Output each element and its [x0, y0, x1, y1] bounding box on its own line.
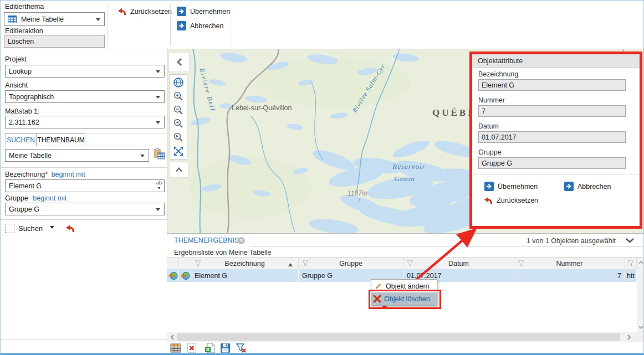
collapse-toolbar-up-button[interactable] — [170, 162, 188, 178]
menu-item-objekt-loeschen[interactable]: Objekt löschen — [371, 292, 437, 305]
header-cell-bezeichnung[interactable]: Bezeichnung — [191, 258, 299, 269]
application-window: Editierthema Meine Tabelle Editieraktion… — [0, 0, 644, 355]
field2-label-row: Gruppe beginnt mit — [5, 194, 67, 202]
zoom-to-object-icon[interactable] — [168, 271, 178, 281]
scrollbar-thumb[interactable] — [177, 333, 620, 341]
row-cell-nummer: 7 — [514, 269, 625, 282]
chevron-down-icon — [156, 70, 160, 75]
rectangle-select-icon — [5, 224, 14, 233]
arrow-right-icon — [564, 182, 574, 191]
row-cell-panto[interactable] — [179, 269, 191, 282]
remove-filter-icon[interactable] — [236, 343, 247, 353]
scroll-up-icon[interactable] — [637, 259, 644, 266]
map-label-elevation: 1187m — [347, 189, 367, 197]
edit-action-value: Löschen — [4, 35, 105, 48]
arrow-right-icon — [177, 7, 186, 16]
reset-attributes-button[interactable]: Zurücksetzen — [483, 196, 538, 205]
pencil-icon — [374, 282, 382, 290]
field2-select[interactable]: Gruppe G — [5, 203, 165, 215]
sort-ascending-icon — [288, 261, 293, 266]
header-cell-link[interactable] — [625, 258, 637, 269]
map-toolbar — [170, 74, 187, 160]
row-cell-zoomto[interactable] — [167, 269, 179, 282]
autocomplete-icon[interactable]: ab▼ — [156, 181, 162, 191]
filter-icon[interactable] — [518, 260, 524, 266]
scale-label: Maßstab 1: — [5, 107, 40, 115]
attr-value-nummer: 7 — [478, 105, 626, 117]
field2-label: Gruppe — [5, 194, 28, 202]
table-template-icon[interactable] — [153, 148, 166, 161]
full-globe-icon[interactable] — [173, 77, 184, 88]
vertical-scrollbar[interactable] — [637, 258, 644, 332]
cancel-edit-button[interactable]: Abbrechen — [177, 21, 223, 30]
project-select[interactable]: Lookup — [5, 65, 165, 78]
scroll-left-icon[interactable] — [168, 333, 176, 341]
search-button[interactable]: Suchen — [5, 224, 75, 233]
row-cell-link[interactable]: htt — [625, 269, 637, 282]
clear-selection-icon[interactable] — [186, 343, 197, 353]
map-label-reservoir-line2: Gouin — [394, 174, 415, 183]
edit-theme-select[interactable]: Meine Tabelle — [4, 12, 105, 26]
field1-operator[interactable]: beginnt mit — [52, 171, 85, 178]
tab-themenergebnis[interactable]: THEMENERGEBNIS — [174, 236, 239, 244]
undo-icon — [117, 7, 126, 16]
results-toolbar — [167, 342, 644, 354]
save-icon[interactable] — [220, 343, 231, 353]
required-mark: * — [45, 171, 48, 178]
horizontal-scrollbar[interactable] — [167, 332, 644, 342]
view-select[interactable]: Topographisch — [5, 90, 165, 103]
filter-icon[interactable] — [627, 260, 634, 266]
attr-label-gruppe: Gruppe — [478, 148, 502, 156]
collapse-results-icon[interactable] — [625, 238, 635, 243]
arrow-right-icon — [484, 182, 494, 191]
attr-label-bezeichnung: Bezeichnung — [478, 70, 518, 78]
reset-search-icon[interactable] — [65, 224, 75, 233]
delete-x-icon — [373, 295, 381, 303]
row-cell-bezeichnung: Element G — [191, 269, 299, 282]
panel-header: Objektattribute — [472, 54, 640, 68]
header-cell-icon2 — [179, 258, 191, 269]
map-label-reservoir-line1: Réservoir — [392, 162, 426, 171]
edit-theme-value: Meine Tabelle — [21, 16, 64, 23]
tab-themenbaum[interactable]: THEMENBAUM — [37, 133, 85, 146]
filter-icon[interactable] — [195, 260, 201, 266]
sidebar: Projekt Lookup Ansicht Topographisch Maß… — [1, 49, 167, 354]
field1-input[interactable]: Element G ab▼ — [5, 179, 165, 192]
close-tab-icon[interactable]: ✕ — [238, 237, 245, 244]
collapse-panel-left-button[interactable] — [168, 52, 190, 72]
previous-extent-icon[interactable] — [173, 118, 184, 129]
scale-select[interactable]: 2.311.162 — [5, 116, 165, 128]
header-cell-nummer[interactable]: Nummer — [514, 258, 625, 269]
full-extent-icon[interactable] — [173, 146, 184, 157]
table-header-row: Bezeichnung Gruppe Datum Nummer — [167, 258, 637, 269]
header-cell-datum[interactable]: Datum — [403, 258, 514, 269]
project-label: Projekt — [5, 55, 27, 63]
chevron-down-icon — [156, 208, 160, 213]
export-excel-icon[interactable] — [205, 343, 215, 353]
zoom-in-icon[interactable] — [173, 91, 184, 102]
apply-edit-button[interactable]: Übernehmen — [177, 7, 230, 16]
object-attributes-panel: Objektattribute Bezeichnung Element G Nu… — [469, 52, 642, 229]
field2-operator[interactable]: beginnt mit — [33, 194, 67, 202]
attribute-table-icon[interactable] — [170, 343, 181, 353]
tab-suchen[interactable]: SUCHEN — [5, 133, 37, 146]
menu-item-objekt-aendern[interactable]: Objekt ändern — [371, 280, 437, 292]
header-cell-gruppe[interactable]: Gruppe — [299, 258, 403, 269]
filter-icon[interactable] — [407, 260, 413, 266]
scroll-right-icon[interactable] — [625, 333, 633, 341]
next-extent-icon[interactable] — [173, 132, 184, 143]
undo-icon — [483, 196, 493, 205]
view-label: Ansicht — [5, 81, 28, 89]
scroll-down-icon[interactable] — [637, 323, 644, 331]
reset-edit-button[interactable]: Zurücksetzen — [117, 7, 172, 16]
table-icon — [8, 16, 17, 23]
edit-toolbar: Editierthema Meine Tabelle Editieraktion… — [1, 1, 644, 49]
cancel-attributes-button[interactable]: Abbrechen — [564, 182, 611, 191]
pan-to-object-icon[interactable] — [180, 271, 190, 281]
search-theme-select[interactable]: Meine Tabelle — [5, 149, 149, 162]
zoom-out-icon[interactable] — [173, 105, 184, 116]
chevron-down-icon — [156, 121, 160, 126]
filter-icon[interactable] — [302, 260, 309, 266]
apply-attributes-button[interactable]: Übernehmen — [484, 182, 538, 191]
attr-value-gruppe: Gruppe G — [478, 157, 626, 169]
